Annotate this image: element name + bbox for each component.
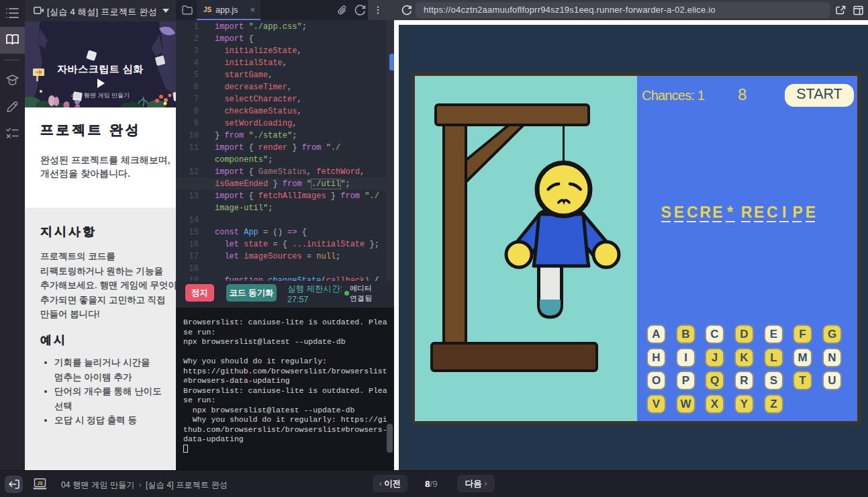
svg-text:JS: JS bbox=[38, 481, 44, 486]
